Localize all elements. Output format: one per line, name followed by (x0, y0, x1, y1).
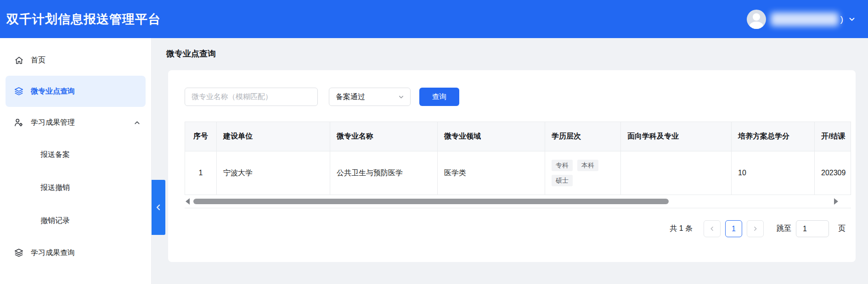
user-menu[interactable]: ) (747, 10, 856, 29)
level-tag: 本科 (577, 160, 598, 171)
cell-name: 公共卫生与预防医学 (330, 151, 438, 195)
home-icon (14, 55, 24, 65)
sidebar-subitem-revoke-records[interactable]: 撤销记录 (0, 204, 151, 237)
chevron-down-icon (848, 15, 856, 23)
cell-levels: 专科 本科 硕士 (545, 151, 621, 195)
filter-bar: 备案通过 查询 (185, 88, 851, 106)
total-count-label: 共 1 条 (670, 224, 693, 234)
sidebar: 首页 微专业点查询 学习成果管理 报送备案 报送撤销 撤销记录 学习成果查询 (0, 38, 152, 284)
app-title: 双千计划信息报送管理平台 (6, 11, 161, 28)
sidebar-item-label: 学习成果管理 (31, 118, 126, 128)
sidebar-subitem-label: 报送撤销 (40, 183, 70, 193)
col-header-name: 微专业名称 (330, 122, 438, 151)
avatar[interactable] (747, 10, 766, 29)
table-row: 1 宁波大学 公共卫生与预防医学 医学类 专科 本科 硕士 10 202309 (185, 151, 851, 195)
col-header-field: 微专业领域 (438, 122, 545, 151)
scrollbar-thumb[interactable] (193, 199, 669, 204)
search-button[interactable]: 查询 (419, 88, 459, 106)
sidebar-item-micro-major-query[interactable]: 微专业点查询 (6, 76, 146, 107)
chevron-down-icon (398, 94, 405, 100)
col-header-start-end: 开/结课 (815, 122, 851, 151)
cell-majors (621, 151, 732, 195)
sidebar-subitem-label: 报送备案 (40, 150, 70, 160)
cell-index: 1 (185, 151, 217, 195)
user-name-redacted (771, 12, 839, 26)
sidebar-subitem-report-filing[interactable]: 报送备案 (0, 138, 151, 171)
sidebar-item-label: 学习成果查询 (31, 248, 75, 258)
avatar-person-icon (753, 13, 760, 21)
col-header-org: 建设单位 (217, 122, 330, 151)
next-page-button[interactable] (747, 220, 764, 237)
chevron-up-icon (133, 119, 141, 127)
col-header-majors: 面向学科及专业 (621, 122, 732, 151)
sidebar-item-learning-results-query[interactable]: 学习成果查询 (0, 237, 151, 268)
cell-org: 宁波大学 (217, 151, 330, 195)
jump-to-page-input[interactable] (796, 220, 829, 237)
col-header-levels: 学历层次 (545, 122, 621, 151)
chevron-left-icon (154, 203, 163, 212)
cell-field: 医学类 (438, 151, 545, 195)
level-tag: 专科 (552, 160, 573, 171)
prev-page-button[interactable] (704, 220, 721, 237)
page-unit-label: 页 (838, 224, 845, 234)
sidebar-collapse-button[interactable] (152, 180, 165, 235)
page-1-button[interactable]: 1 (725, 220, 742, 237)
sidebar-item-label: 首页 (31, 56, 45, 65)
user-cog-icon (14, 117, 24, 128)
col-header-index: 序号 (185, 122, 217, 151)
user-name-suffix: ) (840, 14, 843, 24)
app-header: 双千计划信息报送管理平台 ) (0, 0, 868, 38)
scroll-left-icon[interactable] (186, 198, 190, 205)
sidebar-item-label: 微专业点查询 (31, 87, 75, 96)
cell-credits: 10 (732, 151, 815, 195)
filing-status-select[interactable]: 备案通过 (329, 88, 411, 106)
jump-to-label: 跳至 (777, 224, 791, 234)
layers-icon (14, 86, 24, 96)
sidebar-item-home[interactable]: 首页 (0, 45, 151, 76)
select-value: 备案通过 (336, 92, 398, 102)
table-horizontal-scrollbar (185, 195, 851, 208)
results-table: 序号 建设单位 微专业名称 微专业领域 学历层次 面向学科及专业 培养方案总学分… (185, 122, 851, 195)
pagination: 共 1 条 1 跳至 页 (185, 220, 851, 237)
sidebar-subitem-report-revoke[interactable]: 报送撤销 (0, 171, 151, 204)
query-card: 备案通过 查询 序号 建设单位 微专业名称 微专业领域 学历层次 面向学科及专业… (168, 70, 856, 262)
table-header-row: 序号 建设单位 微专业名称 微专业领域 学历层次 面向学科及专业 培养方案总学分… (185, 122, 851, 151)
cell-start-end: 202309 (815, 151, 851, 195)
col-header-credits: 培养方案总学分 (732, 122, 815, 151)
scroll-right-icon[interactable] (834, 198, 838, 205)
micro-major-name-input[interactable] (185, 88, 318, 106)
level-tag: 硕士 (552, 175, 573, 186)
layers-icon (14, 248, 24, 258)
page-title: 微专业点查询 (166, 48, 868, 59)
sidebar-subitem-label: 撤销记录 (40, 216, 70, 226)
main-content: 微专业点查询 备案通过 查询 序号 建设单位 微专业名称 微专业领域 学历层次 … (152, 38, 868, 284)
sidebar-item-learning-results-manage[interactable]: 学习成果管理 (0, 107, 151, 138)
